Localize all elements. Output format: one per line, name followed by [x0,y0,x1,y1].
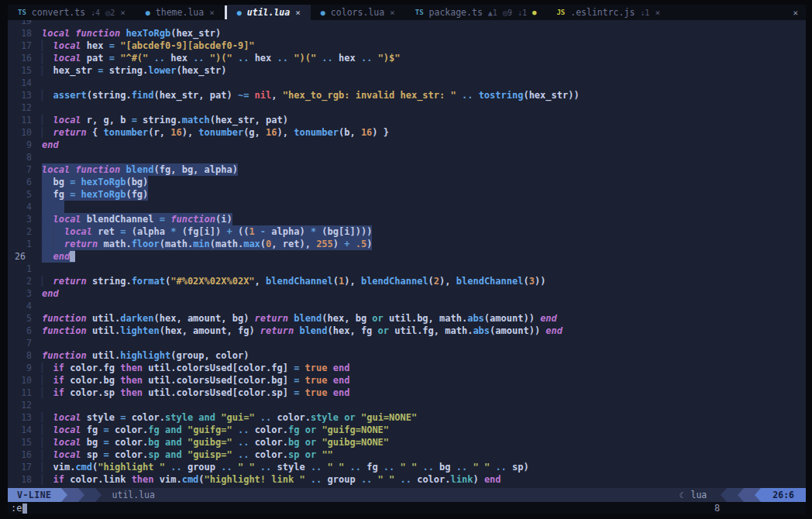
code-line[interactable]: 17▏ vim.cmd("highlight " .. group .. " "… [8,461,806,473]
code-token: sp [87,449,104,460]
code-token: " " [473,462,490,473]
code-token: " " [401,462,418,473]
code-token: string. [143,115,182,125]
code-line[interactable]: 12 [8,101,806,114]
code-line[interactable]: 4 [8,201,806,213]
code-token: .. [165,462,188,473]
code-line[interactable]: 10▏ if color.bg then util.colorsUsed[col… [8,374,806,387]
code-token: )) [529,325,546,336]
line-number: 15 [8,436,42,449]
code-line[interactable]: 12 [8,399,806,411]
code-token: cmd [182,474,199,485]
close-icon[interactable]: × [390,8,395,18]
tab-theme.lua[interactable]: ●theme.lua× [136,5,225,20]
code-line[interactable]: 3end [8,287,806,300]
code-token: color. [255,437,288,448]
code-line[interactable]: 16▏ local sp = color.sp and "guisp=" .. … [8,449,806,461]
code-area[interactable]: 1918local function hexToRgb(hex_str)17▏ … [8,20,806,488]
code-token: sp [512,462,523,473]
code-line[interactable]: 4 [8,300,806,312]
command-line[interactable]: :e 8 [8,502,806,514]
tab-package.ts[interactable]: TSpackage.ts▲1◎9⇣1● [405,5,547,20]
code-token: = [294,387,304,398]
code-line[interactable]: 26▏ end [8,250,806,263]
code-token: .. [148,53,170,64]
code-text: ▏ assert(string.find(hex_str, pat) ~= ni… [42,89,580,101]
tab-.eslintrc.js[interactable]: JS.eslintrc.js⇣1× [546,5,670,20]
code-line[interactable]: 9▏ if color.fg then util.colorsUsed[colo… [8,362,806,374]
code-line[interactable]: 13▏ assert(string.find(hex_str, pat) ~= … [8,89,806,101]
code-token: find [132,90,154,101]
code-line[interactable]: 13▏ local style = color.style and "gui="… [8,411,806,424]
code-token: (fg[i]) [182,226,227,237]
code-token [59,239,64,249]
code-token: lower [148,65,176,76]
code-line[interactable]: 5function util.darken(hex, amount, bg) r… [8,312,806,325]
tab-convert.ts[interactable]: TSconvert.ts⇣4◎2× [8,5,136,20]
code-text: ▏ ▏ return math.floor(math.min(math.max(… [42,238,372,250]
code-line[interactable]: 6▏ bg = hexToRgb(bg) [8,176,806,188]
code-token: (bg) [126,177,148,187]
tab-colors.lua[interactable]: ●colors.lua× [311,5,405,20]
code-line[interactable]: 7local function blend(fg, bg, alpha) [8,163,806,176]
close-icon[interactable]: × [120,8,126,18]
code-line[interactable]: 7 [8,337,806,349]
code-token: and [165,449,182,460]
code-token: then [120,375,148,386]
code-line[interactable]: 18local function hexToRgb(hex_str) [8,27,806,40]
code-line[interactable]: 15▏ hex_str = string.lower(hex_str) [8,64,806,77]
code-line[interactable]: 14 [8,77,806,89]
code-token: if [53,375,70,386]
code-line[interactable]: 16▏ local pat = "^#(" .. hex .. ")(" .. … [8,52,806,64]
code-token: end [545,325,563,336]
line-number: 8 [8,349,42,362]
code-line[interactable]: 11▏ local r, g, b = string.match(hex_str… [8,114,806,126]
code-line[interactable]: 3▏ local blendChannel = function(i) [8,213,806,225]
code-token: bg [232,313,243,324]
close-icon[interactable]: × [655,8,660,18]
code-line[interactable]: 19 [8,20,806,27]
code-token: color. [277,412,311,423]
code-token: alpha [205,164,232,175]
code-line[interactable]: 10▏ return { tonumber(r, 16), tonumber(g… [8,126,806,139]
code-line[interactable]: 15▏ local bg = color.bg and "guibg=" .. … [8,436,806,449]
code-line[interactable]: 9end [8,139,806,151]
code-token: pat [87,53,109,64]
code-token: tonumber [294,127,339,138]
code-token: "guifg=NONE" [322,424,389,435]
code-line[interactable]: 18▏ if color.link then vim.cmd("highligh… [8,473,806,486]
code-line[interactable]: 5▏ fg = hexToRgb(fg) [8,188,806,201]
line-number: 5 [8,188,42,201]
line-number: 26 [8,250,42,263]
tab-label: package.ts [429,7,483,18]
code-text: function util.highlight(group, color) [42,349,249,362]
code-line[interactable]: 1▏ ▏ return math.floor(math.min(math.max… [8,238,806,250]
code-token: hex_str [53,65,98,76]
code-line[interactable]: 11▏ if color.sp then util.colorsUsed[col… [8,387,806,399]
line-number: 15 [8,64,42,77]
close-icon[interactable]: × [295,8,301,18]
code-line[interactable]: 8 [8,151,806,163]
tabline-overflow-close[interactable]: ✕ [785,5,806,20]
code-line[interactable]: 17▏ local hex = "[abcdef0-9][abcdef0-9]" [8,40,806,52]
code-line[interactable]: 1 [8,263,806,275]
code-token: then [132,474,160,485]
code-token: end [484,474,501,485]
code-token: assert [53,90,86,101]
code-line[interactable]: 6function util.lighten(hex, amount, fg) … [8,325,806,337]
code-token: , [226,325,237,336]
code-token [299,449,304,460]
code-line[interactable]: 2▏ return string.format("#%02X%02X%02X",… [8,275,806,287]
close-all-icon[interactable]: ✕ [793,8,798,18]
code-text: ▏ local fg = color.fg and "guifg=" .. co… [42,424,389,436]
code-token: string. [92,90,132,101]
tab-util.lua[interactable]: ●util.lua× [227,5,311,20]
code-token: amount [490,313,523,324]
close-icon[interactable]: × [209,8,215,18]
code-line[interactable]: 2▏ ▏ local ret = (alpha * (fg[i]) + ((1 … [8,225,806,238]
code-line[interactable]: 14▏ local fg = color.fg and "guifg=" .. … [8,424,806,436]
code-token: local [42,164,75,175]
diagnostic-badge: ⇣1 [518,9,527,17]
code-token: group [176,350,204,361]
code-line[interactable]: 8function util.highlight(group, color) [8,349,806,362]
